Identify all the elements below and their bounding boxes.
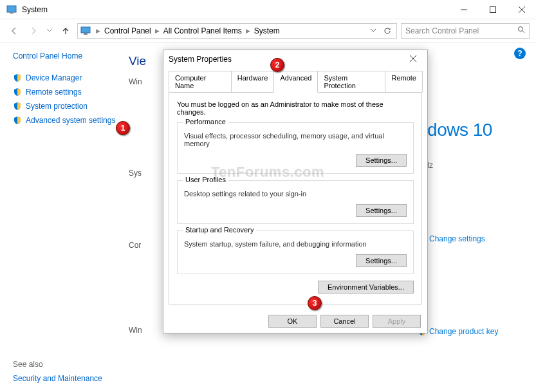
system-icon bbox=[6, 5, 17, 15]
help-icon[interactable]: ? bbox=[514, 48, 526, 59]
system-properties-dialog: System Properties Computer Name Hardware… bbox=[163, 50, 428, 333]
title-bar: System bbox=[0, 0, 536, 19]
chevron-right-icon: ▶ bbox=[154, 28, 161, 34]
svg-rect-7 bbox=[84, 33, 88, 35]
tab-remote[interactable]: Remote bbox=[385, 71, 423, 92]
performance-group: Performance Visual effects, processor sc… bbox=[177, 122, 414, 174]
sidebar-item-advanced-system-settings[interactable]: Advanced system settings bbox=[13, 113, 129, 127]
user-profiles-settings-button[interactable]: Settings... bbox=[356, 204, 407, 217]
tab-hardware[interactable]: Hardware bbox=[231, 71, 275, 92]
breadcrumb[interactable]: All Control Panel Items bbox=[162, 26, 243, 35]
back-button[interactable] bbox=[6, 23, 22, 39]
group-title: Startup and Recovery bbox=[183, 226, 256, 234]
sidebar-item-label: Remote settings bbox=[26, 88, 82, 97]
dialog-title: System Properties bbox=[169, 55, 404, 64]
window-title: System bbox=[22, 5, 449, 14]
callout-marker-2: 2 bbox=[270, 58, 284, 72]
chevron-right-icon: ▶ bbox=[245, 28, 252, 34]
cancel-button[interactable]: Cancel bbox=[320, 315, 369, 328]
tab-body: You must be logged on as an Administrato… bbox=[169, 92, 422, 304]
breadcrumb[interactable]: System bbox=[253, 26, 281, 35]
group-title: Performance bbox=[183, 118, 228, 126]
history-dropdown[interactable] bbox=[45, 29, 54, 32]
svg-rect-0 bbox=[7, 6, 16, 12]
ghz-label: GHz bbox=[418, 161, 521, 170]
change-product-key-link[interactable]: Change product key bbox=[418, 327, 521, 336]
admin-notice: You must be logged on as an Administrato… bbox=[177, 100, 414, 116]
ok-button[interactable]: OK bbox=[268, 315, 317, 328]
chevron-right-icon: ▶ bbox=[95, 28, 102, 34]
group-desc: System startup, system failure, and debu… bbox=[184, 240, 407, 248]
group-desc: Visual effects, processor scheduling, me… bbox=[184, 132, 407, 147]
sidebar-item-label: System protection bbox=[26, 102, 88, 111]
sidebar-item-label: Device Manager bbox=[26, 73, 82, 82]
shield-icon bbox=[13, 88, 22, 97]
dialog-button-row: OK Cancel Apply bbox=[163, 310, 427, 333]
nav-bar: ▶ Control Panel ▶ All Control Panel Item… bbox=[0, 19, 536, 42]
group-title: User Profiles bbox=[183, 176, 228, 183]
search-placeholder: Search Control Panel bbox=[405, 26, 517, 35]
group-desc: Desktop settings related to your sign-in bbox=[184, 190, 407, 198]
sidebar-item-remote-settings[interactable]: Remote settings bbox=[13, 85, 129, 99]
forward-button[interactable] bbox=[26, 23, 41, 39]
refresh-button[interactable] bbox=[381, 27, 394, 35]
sidebar-item-label: Advanced system settings bbox=[26, 116, 115, 125]
see-also-header: See also bbox=[13, 360, 102, 369]
up-button[interactable] bbox=[58, 23, 73, 39]
startup-recovery-settings-button[interactable]: Settings... bbox=[356, 254, 407, 267]
svg-rect-6 bbox=[81, 27, 90, 33]
shield-icon bbox=[13, 102, 22, 111]
address-bar[interactable]: ▶ Control Panel ▶ All Control Panel Item… bbox=[77, 23, 397, 39]
breadcrumb[interactable]: Control Panel bbox=[103, 26, 152, 35]
dialog-titlebar[interactable]: System Properties bbox=[163, 50, 427, 68]
link-label: Change product key bbox=[429, 327, 498, 336]
dialog-close-button[interactable] bbox=[404, 55, 422, 64]
tab-computer-name[interactable]: Computer Name bbox=[169, 71, 232, 92]
minimize-button[interactable] bbox=[449, 0, 478, 19]
environment-variables-button[interactable]: Environment Variables... bbox=[318, 281, 414, 294]
shield-icon bbox=[13, 116, 22, 125]
close-button[interactable] bbox=[507, 0, 536, 19]
link-label: Change settings bbox=[429, 234, 485, 243]
sidebar-item-system-protection[interactable]: System protection bbox=[13, 99, 129, 113]
startup-recovery-group: Startup and Recovery System startup, sys… bbox=[177, 230, 414, 274]
maximize-button[interactable] bbox=[478, 0, 507, 19]
control-panel-home-link[interactable]: Control Panel Home bbox=[13, 51, 129, 61]
change-settings-link[interactable]: Change settings bbox=[418, 234, 521, 243]
search-input[interactable]: Search Control Panel bbox=[401, 23, 530, 39]
tab-advanced[interactable]: Advanced bbox=[273, 71, 318, 93]
shield-icon bbox=[13, 73, 22, 82]
tab-strip: Computer Name Hardware Advanced System P… bbox=[163, 68, 427, 92]
sidebar: Control Panel Home Device Manager Remote… bbox=[0, 42, 129, 392]
security-maintenance-link[interactable]: Security and Maintenance bbox=[13, 374, 102, 383]
callout-marker-1: 1 bbox=[116, 121, 130, 135]
windows-10-logo-text: ndows 10 bbox=[418, 120, 521, 140]
performance-settings-button[interactable]: Settings... bbox=[356, 154, 407, 167]
svg-point-8 bbox=[519, 27, 523, 32]
apply-button[interactable]: Apply bbox=[373, 315, 421, 328]
address-dropdown[interactable] bbox=[367, 29, 380, 32]
svg-line-9 bbox=[522, 31, 524, 33]
callout-marker-3: 3 bbox=[308, 296, 322, 310]
svg-rect-3 bbox=[490, 6, 495, 12]
sidebar-item-device-manager[interactable]: Device Manager bbox=[13, 71, 129, 85]
monitor-icon bbox=[80, 26, 91, 36]
user-profiles-group: User Profiles Desktop settings related t… bbox=[177, 180, 414, 224]
tab-system-protection[interactable]: System Protection bbox=[317, 71, 385, 92]
search-icon bbox=[517, 26, 525, 35]
svg-rect-1 bbox=[10, 12, 14, 14]
